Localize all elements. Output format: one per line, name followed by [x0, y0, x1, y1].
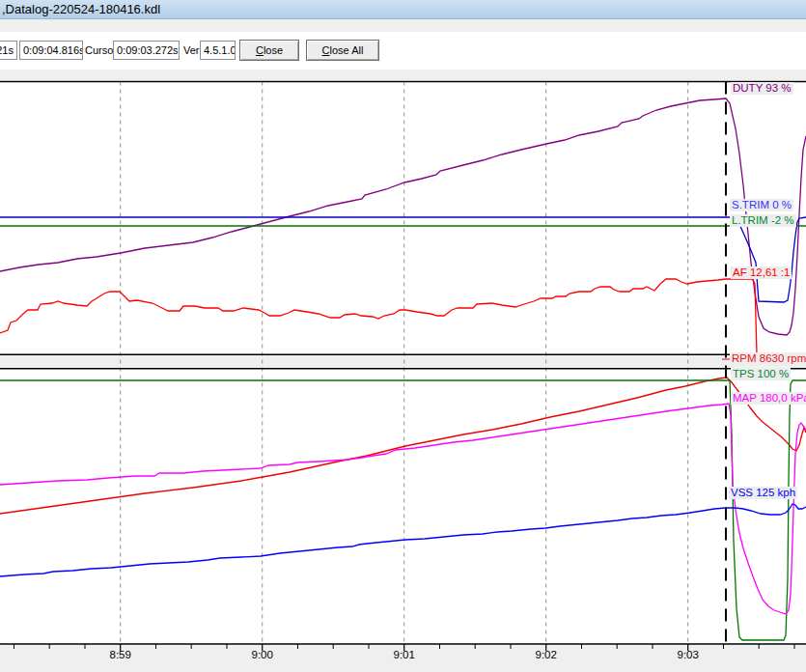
trace-strim — [0, 217, 806, 302]
trace-vss — [0, 504, 806, 576]
trace-af — [0, 279, 757, 354]
trace-rpm — [0, 378, 806, 514]
trace-map — [0, 404, 806, 614]
datalog-viewer-window: ,Datalog-220524-180416.kdl 21s 0:09:04.8… — [0, 0, 806, 672]
chart-area[interactable] — [0, 0, 806, 672]
trace-tps — [0, 380, 806, 640]
panel-divider — [0, 355, 806, 368]
